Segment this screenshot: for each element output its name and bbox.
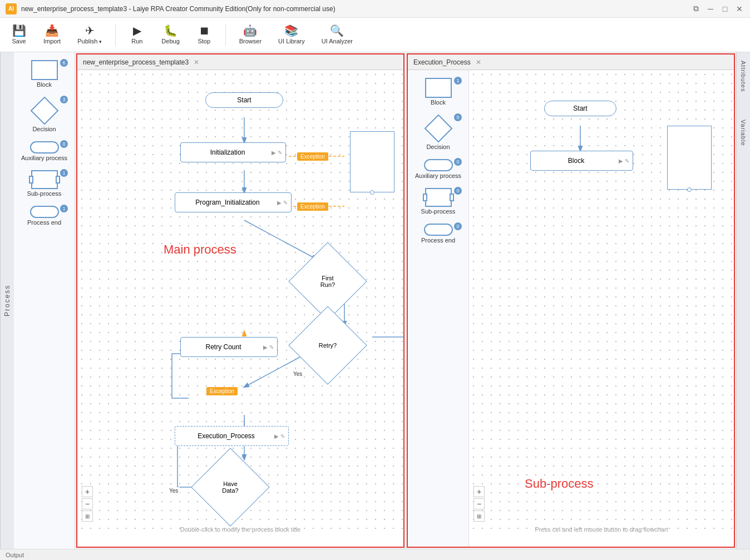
stop-button[interactable]: ⏹ Stop (191, 23, 218, 47)
process-end-shape (30, 206, 59, 218)
right-flow-canvas[interactable]: Start Block ▶ ✎ Sub-process + − ⊞ (469, 70, 734, 536)
component-process-end[interactable]: 1 Process end (14, 204, 75, 228)
exec-process-icons: ▶ ✎ (274, 433, 285, 439)
right-flow-panel[interactable]: Execution_Process ✕ 1 Block 0 Decision (407, 53, 735, 548)
fit-button[interactable]: ⊞ (82, 511, 93, 522)
minimize-button[interactable]: ─ (705, 4, 716, 14)
left-flow-canvas[interactable]: Start Initialization ▶ ✎ Exception Progr… (77, 70, 403, 536)
left-panel-hint: Double-click to modify the process block… (180, 526, 300, 533)
close-button[interactable]: ✕ (734, 4, 744, 14)
component-subprocess[interactable]: 1 Sub-process (14, 168, 75, 199)
left-tab-label: new_enterprise_process_template3 (83, 58, 189, 66)
right-component-panel: 1 Block 0 Decision 0 Auxiliary process (408, 70, 469, 547)
auxiliary-badge: 0 (60, 140, 68, 148)
exception-badge-proginit: Exception (297, 202, 328, 211)
component-panel: 6 Block 3 Decision 0 Auxiliary process 1 (14, 52, 75, 549)
import-label: Import (43, 38, 61, 44)
r-component-block[interactable]: 1 Block (408, 76, 468, 108)
right-zoom-out-button[interactable]: − (473, 498, 485, 509)
ui-library-icon: 📚 (284, 25, 298, 36)
block-label: Block (37, 81, 52, 88)
publish-button[interactable]: ✈ Publish ▾ (72, 23, 107, 47)
exception-badge-retry: Exception (206, 387, 238, 395)
toolbar: 💾 Save 📥 Import ✈ Publish ▾ ▶ Run 🐛 Debu… (0, 18, 750, 52)
sub-process-label: Sub-process (525, 477, 594, 491)
r-component-decision[interactable]: 0 Decision (408, 112, 468, 152)
maximize-button[interactable]: □ (720, 4, 730, 14)
save-button[interactable]: 💾 Save (6, 23, 32, 47)
retry-count-node[interactable]: Retry Count ▶ ✎ (180, 337, 278, 357)
attributes-tab[interactable]: Attributes (739, 58, 748, 95)
subprocess-shape (31, 170, 58, 189)
decision-label: Decision (32, 126, 56, 132)
r-auxiliary-label: Auxiliary process (415, 172, 461, 179)
output-label: Output (6, 552, 24, 558)
left-panel-tab: new_enterprise_process_template3 ✕ (77, 54, 403, 70)
zoom-out-button[interactable]: − (82, 498, 93, 509)
titlebar: AI new_enterprise_process_template3 - La… (0, 0, 750, 18)
first-run-node[interactable]: FirstRun? (300, 254, 361, 315)
right-zoom-controls[interactable]: + − ⊞ (473, 486, 485, 522)
yes-label-retry: Yes (292, 370, 304, 378)
r-component-auxiliary[interactable]: 0 Auxiliary process (408, 157, 468, 181)
right-panel-hint: Press ctrl and left mouse button to drag… (535, 526, 668, 533)
have-data-node[interactable]: HaveData? (203, 459, 264, 521)
prog-init-label: Program_Initialization (195, 199, 259, 206)
exec-process-node[interactable]: Execution_Process ▶ ✎ (175, 426, 289, 446)
r-process-end-label: Process end (421, 237, 455, 244)
right-block-label: Block (568, 157, 584, 165)
toolbar-separator (115, 24, 116, 46)
ui-analyzer-button[interactable]: 🔍 UI Analyzer (316, 23, 358, 47)
variable-tab[interactable]: Variable (739, 117, 748, 149)
main-process-label: Main process (164, 242, 236, 257)
run-button[interactable]: ▶ Run (124, 23, 150, 47)
process-label: Process (3, 285, 11, 316)
decision-badge: 3 (60, 96, 68, 103)
subprocess-label: Sub-process (27, 190, 62, 197)
browser-label: Browser (239, 38, 261, 44)
save-label: Save (12, 38, 26, 44)
browser-button[interactable]: 🤖 Browser (234, 23, 267, 47)
right-sidebar: Attributes Variable (736, 52, 750, 549)
retry-count-label: Retry Count (205, 343, 241, 351)
start-node[interactable]: Start (200, 92, 289, 108)
right-block-node[interactable]: Block ▶ ✎ (530, 151, 633, 171)
left-tab-close[interactable]: ✕ (194, 58, 199, 66)
prog-init-node[interactable]: Program_Initialization ▶ ✎ (175, 192, 292, 212)
component-decision[interactable]: 3 Decision (14, 95, 75, 135)
save-icon: 💾 (12, 25, 26, 36)
debug-button[interactable]: 🐛 Debug (156, 23, 185, 47)
right-tab-close[interactable]: ✕ (476, 58, 481, 66)
run-label: Run (131, 38, 142, 44)
component-auxiliary[interactable]: 0 Auxiliary process (14, 139, 75, 163)
zoom-controls[interactable]: + − ⊞ (82, 486, 93, 522)
r-block-label: Block (431, 99, 446, 106)
right-block-icons: ▶ ✎ (619, 158, 629, 164)
component-block[interactable]: 6 Block (14, 58, 75, 90)
ui-library-button[interactable]: 📚 UI Library (273, 23, 310, 47)
right-fit-button[interactable]: ⊞ (473, 511, 485, 522)
publish-label: Publish ▾ (77, 38, 102, 44)
process-sidebar: Process (0, 52, 14, 549)
initialization-node[interactable]: Initialization ▶ ✎ (180, 142, 286, 162)
left-flow-panel[interactable]: new_enterprise_process_template3 ✕ (76, 53, 404, 548)
import-button[interactable]: 📥 Import (38, 23, 66, 47)
restore-button[interactable]: ⧉ (691, 4, 701, 14)
right-start-node[interactable]: Start (541, 101, 619, 116)
init-icons: ▶ ✎ (272, 150, 282, 156)
right-zoom-in-button[interactable]: + (473, 486, 485, 497)
r-subprocess-shape (425, 188, 452, 207)
r-component-subprocess[interactable]: 0 Sub-process (408, 186, 468, 217)
zoom-in-button[interactable]: + (82, 486, 93, 497)
publish-icon: ✈ (85, 25, 95, 36)
import-icon: 📥 (45, 25, 59, 36)
r-auxiliary-shape (424, 159, 453, 171)
r-component-process-end[interactable]: 0 Process end (408, 221, 468, 246)
stop-icon: ⏹ (199, 25, 210, 36)
window-controls[interactable]: ⧉ ─ □ ✕ (691, 4, 744, 14)
r-block-badge: 1 (454, 77, 462, 85)
retry-node[interactable]: Retry? (300, 318, 361, 379)
r-subprocess-badge: 0 (454, 187, 462, 195)
r-decision-label: Decision (426, 143, 450, 150)
ui-analyzer-icon: 🔍 (330, 25, 344, 36)
